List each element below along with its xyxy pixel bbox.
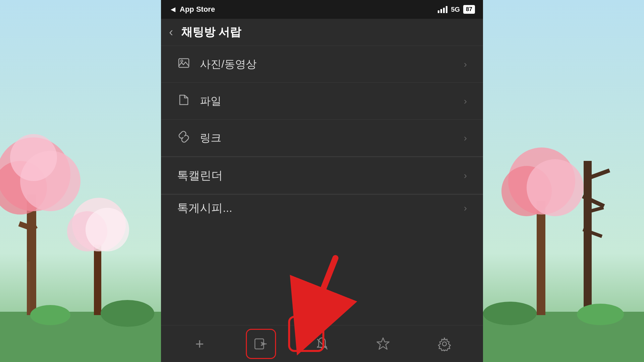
share-button[interactable] xyxy=(246,329,276,359)
tokgesipi-label: 톡게시피... xyxy=(177,200,232,216)
files-icon xyxy=(177,94,191,108)
bottom-toolbar: + xyxy=(161,325,483,362)
right-tree-decoration xyxy=(483,60,644,362)
svg-point-28 xyxy=(181,60,183,62)
svg-point-12 xyxy=(101,300,154,327)
menu-item-photos[interactable]: 사진/동영상 › xyxy=(161,46,483,82)
photos-icon xyxy=(177,57,191,71)
signal-bar-4 xyxy=(446,6,447,13)
menu-item-calendar-left: 톡캘린더 xyxy=(177,168,223,183)
top-bar: ‹ 채팅방 서랍 xyxy=(161,19,483,46)
tokgesipi-chevron: › xyxy=(464,203,467,214)
svg-point-26 xyxy=(577,304,624,325)
battery-indicator: 87 xyxy=(463,5,475,14)
signal-icon xyxy=(438,6,447,13)
menu-item-calendar[interactable]: 톡캘린더 › xyxy=(161,157,483,194)
svg-point-24 xyxy=(527,159,584,216)
content-area: ‹ 채팅방 서랍 사진/동영상 xyxy=(161,19,483,362)
drawer-title: 채팅방 서랍 xyxy=(181,24,241,40)
svg-point-25 xyxy=(483,302,537,325)
menu-item-links[interactable]: 링크 › xyxy=(161,119,483,156)
svg-marker-33 xyxy=(377,338,389,349)
status-bar-left: ◄ App Store xyxy=(169,5,215,14)
add-icon: + xyxy=(195,336,204,352)
notification-button[interactable] xyxy=(307,329,337,359)
menu-list: 사진/동영상 › 파일 › xyxy=(161,46,483,325)
battery-level: 87 xyxy=(466,6,472,13)
menu-item-links-left: 링크 xyxy=(177,131,221,145)
app-store-back-arrow: ◄ xyxy=(169,5,177,14)
files-chevron: › xyxy=(464,96,467,107)
svg-rect-27 xyxy=(179,59,189,67)
signal-bar-2 xyxy=(440,9,442,13)
svg-point-34 xyxy=(442,342,446,346)
calendar-chevron: › xyxy=(464,170,467,181)
svg-rect-21 xyxy=(537,201,545,315)
app-store-label: App Store xyxy=(180,5,215,14)
photos-label: 사진/동영상 xyxy=(200,57,257,72)
settings-button[interactable] xyxy=(429,329,460,359)
svg-rect-14 xyxy=(27,261,30,315)
bell-icon xyxy=(315,337,329,351)
gear-icon xyxy=(437,337,452,351)
status-bar: ◄ App Store 5G 87 xyxy=(161,0,483,19)
links-icon xyxy=(177,131,191,145)
svg-rect-16 xyxy=(584,161,592,315)
main-scene: ◄ App Store 5G 87 ‹ 채팅방 서랍 xyxy=(0,0,644,362)
files-label: 파일 xyxy=(200,94,221,109)
svg-rect-8 xyxy=(94,245,101,315)
menu-item-files[interactable]: 파일 › xyxy=(161,82,483,119)
star-icon xyxy=(376,337,390,351)
signal-bar-3 xyxy=(443,8,445,13)
photos-chevron: › xyxy=(464,59,467,70)
back-button[interactable]: ‹ xyxy=(169,26,173,38)
left-tree-decoration xyxy=(0,60,161,362)
add-button[interactable]: + xyxy=(184,329,215,359)
favorites-button[interactable] xyxy=(368,329,398,359)
menu-item-tokgesipi-left: 톡게시피... xyxy=(177,200,232,216)
menu-item-files-left: 파일 xyxy=(177,94,221,109)
share-icon xyxy=(253,336,269,352)
links-label: 링크 xyxy=(200,131,221,145)
svg-point-13 xyxy=(30,305,70,325)
signal-bar-1 xyxy=(438,10,439,13)
phone-frame: ◄ App Store 5G 87 ‹ 채팅방 서랍 xyxy=(161,0,483,362)
svg-point-7 xyxy=(10,134,57,181)
status-bar-right: 5G 87 xyxy=(438,5,475,14)
menu-item-tokgesipi[interactable]: 톡게시피... › xyxy=(161,194,483,221)
network-type-label: 5G xyxy=(451,6,460,13)
menu-item-photos-left: 사진/동영상 xyxy=(177,57,257,72)
calendar-label: 톡캘린더 xyxy=(177,168,223,183)
links-chevron: › xyxy=(464,133,467,143)
svg-point-11 xyxy=(86,208,129,251)
